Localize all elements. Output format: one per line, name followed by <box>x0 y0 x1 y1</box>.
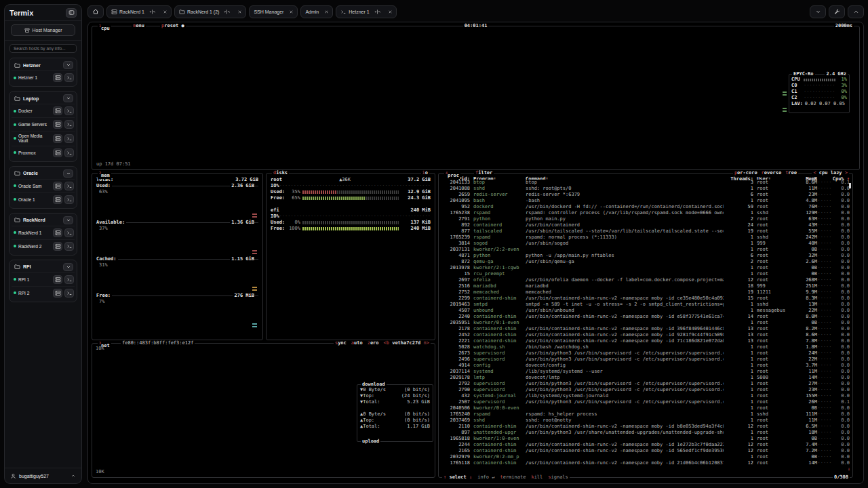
close-tab-button[interactable] <box>286 7 296 17</box>
process-row[interactable]: 872qemu-ga/usr/sbin/qemu-ga2root2.6M····… <box>441 259 850 265</box>
split-tab-button[interactable] <box>372 7 382 17</box>
tab-racknerd-1[interactable]: RackNerd 1 <box>106 5 172 18</box>
process-row[interactable]: 15rcu_preempt1root0B·····0.0 <box>441 271 850 277</box>
host-terminal-button[interactable] <box>64 134 74 143</box>
process-row[interactable]: 1765238rspamdrspamd: controller process … <box>441 210 850 216</box>
process-row[interactable]: 2516mariadbdmariadbd18999251M·····0.0 <box>441 283 850 289</box>
host-item-rpi-2[interactable]: RPI 2 <box>12 286 75 300</box>
host-connect-button[interactable] <box>53 195 62 204</box>
net-toggle-auto[interactable]: auto <box>351 340 363 346</box>
process-row[interactable]: 4507unbound/usr/sbin/unbound1messagebus2… <box>441 308 850 314</box>
host-item-proxmox[interactable]: Proxmox <box>12 146 75 159</box>
host-connect-button[interactable] <box>53 275 62 284</box>
process-row[interactable]: 2110containerd-shim/usr/bin/containerd-s… <box>441 424 850 430</box>
host-terminal-button[interactable] <box>64 106 74 115</box>
process-row[interactable]: 2037469sshdsshd: root@notty1root11M·····… <box>441 418 850 424</box>
process-list[interactable]: 2041133btopbtop3root8.6M·····0.12041088s… <box>439 180 852 466</box>
process-row[interactable]: 2299containerd-shim/usr/bin/containerd-s… <box>441 296 850 302</box>
process-row[interactable]: 2165containerd-shim/usr/bin/containerd-s… <box>441 448 850 454</box>
process-row[interactable]: 897unattended-upgr/usr/bin/python3 /usr/… <box>441 430 850 436</box>
process-row[interactable]: 2507supervisord/usr/bin/python3 /usr/bin… <box>441 399 850 405</box>
host-item-game-servers[interactable]: Game Servers <box>12 117 75 131</box>
process-row[interactable]: 432systemd-journal/lib/systemd/systemd-j… <box>441 393 850 399</box>
group-collapse-button[interactable] <box>63 263 73 271</box>
proc-sort-selector[interactable]: < cpu lazy > <box>812 170 849 176</box>
process-row[interactable]: 2037131kworker/2:2-even1root0B·····0.0 <box>441 247 850 253</box>
host-terminal-button[interactable] <box>64 182 74 190</box>
process-row[interactable]: 2032979kworker/0:2-mm_p1root0B·····0.0 <box>441 454 850 460</box>
group-collapse-button[interactable] <box>63 94 73 102</box>
tab-ssh-manager[interactable]: SSH Manager <box>249 5 298 18</box>
host-terminal-button[interactable] <box>64 242 74 251</box>
process-row[interactable]: 892containerd/usr/bin/containerd24root43… <box>441 222 850 228</box>
process-row[interactable]: 952dockerd/usr/bin/dockerd -H fd:// --co… <box>441 204 850 210</box>
net-toggle-sync[interactable]: sync <box>335 340 347 346</box>
host-connect-button[interactable] <box>53 106 62 115</box>
proc-filter-button[interactable]: filter <box>474 170 494 176</box>
host-item-open-media-vault[interactable]: Open Media Vault <box>12 131 75 146</box>
process-row[interactable]: 4914configdovecot/config1root3.7M·····0.… <box>441 363 850 369</box>
group-header-laptop[interactable]: Laptop <box>12 93 75 104</box>
group-header-oracle[interactable]: Oracle <box>12 168 75 179</box>
host-terminal-button[interactable] <box>64 73 74 82</box>
host-terminal-button[interactable] <box>64 120 74 129</box>
terminal-view[interactable]: 1cpu menu preset ● 04:01:41 2000ms EPYC-… <box>87 22 864 484</box>
close-tab-button[interactable] <box>160 7 170 17</box>
group-collapse-button[interactable] <box>63 216 73 224</box>
process-row[interactable]: 2041095bash-bash1root4.8M·····0.0 <box>441 198 850 204</box>
host-terminal-button[interactable] <box>64 275 74 284</box>
sidebar-footer[interactable]: bugattiguy527 <box>5 468 81 483</box>
process-row[interactable]: 1765118containerd-shim/usr/bin/container… <box>441 460 850 466</box>
group-collapse-button[interactable] <box>63 169 73 178</box>
net-interface-selector[interactable]: <b vetha7c27d n> <box>384 340 429 346</box>
host-terminal-button[interactable] <box>64 148 74 157</box>
proc-scrollbar-thumb[interactable] <box>849 183 851 188</box>
select-keys[interactable]: ↑ select ↓ <box>443 474 472 481</box>
process-row[interactable]: 2035951kworker/0:1-even1root0B·····0.0 <box>441 320 850 326</box>
scroll-up-button[interactable] <box>848 5 864 18</box>
split-tab-button[interactable] <box>222 7 232 17</box>
host-connect-button[interactable] <box>53 228 62 237</box>
close-tab-button[interactable] <box>235 7 245 17</box>
process-row[interactable]: 2013978kworker/2:1-cgwb1root0B·····0.0 <box>441 265 850 271</box>
info-key[interactable]: info ↵ <box>477 474 494 481</box>
tools-button[interactable] <box>829 5 845 18</box>
host-connect-button[interactable] <box>53 73 62 82</box>
process-row[interactable]: 1965818kworker/1:0-even1root0B·····0.0 <box>441 436 850 442</box>
proc-option-reverse[interactable]: reverse <box>762 170 782 176</box>
split-tab-button[interactable] <box>147 7 157 17</box>
process-row[interactable]: 2019463smtpdsmtpd -n 589 -t inet -u -o s… <box>441 302 850 308</box>
host-connect-button[interactable] <box>53 120 62 129</box>
process-row[interactable]: 2496supervisord/usr/bin/python3 /usr/bin… <box>441 357 850 363</box>
proc-option-percore[interactable]: per-core <box>734 170 757 176</box>
host-connect-button[interactable] <box>53 242 62 251</box>
host-connect-button[interactable] <box>53 182 62 190</box>
tab-admin[interactable]: Admin <box>300 5 333 18</box>
group-header-hetzner[interactable]: Hetzner <box>12 60 75 70</box>
net-toggle-zero[interactable]: zero <box>368 340 379 346</box>
process-row[interactable]: 2240containerd-shim/usr/bin/containerd-s… <box>441 314 850 320</box>
host-item-oracle-sam[interactable]: Oracle Sam <box>12 179 75 192</box>
group-collapse-button[interactable] <box>63 61 73 69</box>
host-terminal-button[interactable] <box>64 289 74 298</box>
group-header-rpi[interactable]: RPI <box>12 262 75 272</box>
host-terminal-button[interactable] <box>64 228 74 237</box>
tab-racknerd-1-2-[interactable]: RackNerd 1 (2) <box>174 5 246 18</box>
process-row[interactable]: 2040506kworker/0:0-even1root0B·····0.0 <box>441 405 850 411</box>
process-row[interactable]: 5028watchdog.sh/bin/bash /watchdog.sh1ro… <box>441 344 850 350</box>
menu-button[interactable]: menu <box>132 23 146 29</box>
process-row[interactable]: 1765240rspamdrspamd: hs_helper process1s… <box>441 411 850 418</box>
kill-key[interactable]: kill <box>531 474 542 481</box>
process-row[interactable]: 2659redis-serverredis-server *:63796root… <box>441 192 850 198</box>
preset-button[interactable]: preset ● <box>160 23 186 29</box>
process-row[interactable]: 4871pythonpython -u /app/main.py nftable… <box>441 253 850 259</box>
process-row[interactable]: 2697ofelia/usr/bin/ofelia daemon --docke… <box>441 277 850 283</box>
host-item-docker[interactable]: Docker <box>12 104 75 117</box>
close-tab-button[interactable] <box>321 7 332 17</box>
collapse-sidebar-button[interactable] <box>66 8 77 18</box>
signals-key[interactable]: signals <box>548 474 568 481</box>
disks-io-toggle[interactable]: io <box>421 170 429 176</box>
process-row[interactable]: 2178containerd-shim/usr/bin/containerd-s… <box>441 326 850 332</box>
process-row[interactable]: 2752memcachedmemcached19112119.9M·····0.… <box>441 289 850 296</box>
process-row[interactable]: 3814sogod/usr/sbin/sogod199940M·····0.0 <box>441 241 850 247</box>
